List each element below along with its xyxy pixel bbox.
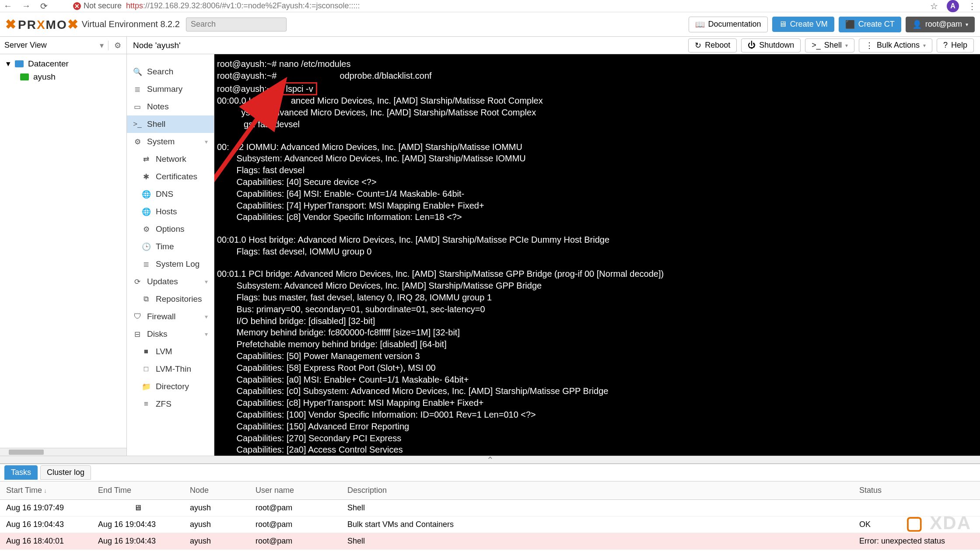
power-icon: ⏻ (748, 41, 756, 50)
col-end-time[interactable]: End Time (92, 481, 184, 500)
table-row[interactable]: Aug 16 19:07:49🖥ayushroot@pamShell (0, 500, 980, 516)
server-view-label: Server View (4, 41, 47, 50)
datacenter-icon (15, 60, 24, 67)
not-secure-badge[interactable]: ✕ Not secure (73, 1, 122, 10)
menu-certificates[interactable]: ✱Certificates (127, 168, 214, 185)
help-button[interactable]: ?Help (937, 38, 974, 52)
menu-disks[interactable]: ⊟Disks▾ (127, 325, 214, 343)
chevron-down-icon: ▾ (966, 21, 968, 28)
menu-dns[interactable]: 🌐DNS (127, 185, 214, 203)
shell-button[interactable]: >_Shell▾ (805, 38, 854, 52)
globe-icon: 🌐 (142, 190, 150, 199)
create-ct-button[interactable]: ⬛Create CT (839, 17, 901, 32)
menu-firewall[interactable]: 🛡Firewall▾ (127, 308, 214, 325)
menu-shell[interactable]: >_Shell (127, 115, 214, 133)
menu-syslog[interactable]: ≣System Log (127, 255, 214, 273)
list-icon: ≣ (133, 85, 142, 94)
tab-tasks[interactable]: Tasks (4, 465, 38, 480)
menu-icon[interactable]: ⋮ (968, 1, 976, 11)
cube-icon: ⬛ (845, 20, 855, 29)
user-icon: 👤 (912, 20, 922, 29)
documentation-button[interactable]: 📖Documentation (689, 17, 768, 32)
menu-icon: ⋮ (865, 41, 873, 50)
avatar[interactable]: A (947, 0, 959, 12)
chevron-down-icon[interactable]: ▾ (100, 41, 104, 50)
cert-icon: ✱ (142, 172, 150, 181)
menu-lvm[interactable]: ■LVM (127, 343, 214, 360)
node-header: Node 'ayush' ↻Reboot ⏻Shutdown >_Shell▾ … (127, 37, 980, 54)
col-description[interactable]: Description (341, 481, 853, 500)
left-panel: Server View ▾ ⚙ ▾ Datacenter ayush (0, 37, 127, 456)
menu-time[interactable]: 🕒Time (127, 238, 214, 255)
not-secure-label: Not secure (84, 1, 122, 10)
refresh-icon: ⟳ (133, 277, 142, 286)
reboot-icon: ↻ (695, 41, 701, 50)
tree: ▾ Datacenter ayush (0, 54, 126, 86)
menu-updates[interactable]: ⟳Updates▾ (127, 273, 214, 290)
bulk-actions-button[interactable]: ⋮Bulk Actions▾ (859, 38, 932, 52)
back-icon[interactable]: ← (4, 1, 12, 11)
h-scrollbar[interactable] (0, 448, 126, 456)
reboot-button[interactable]: ↻Reboot (688, 38, 737, 52)
env-label: Virtual Environment 8.2.2 (82, 19, 180, 29)
not-secure-icon: ✕ (73, 2, 81, 10)
reload-icon[interactable]: ⟳ (40, 1, 48, 11)
tree-datacenter[interactable]: ▾ Datacenter (0, 57, 126, 70)
menu-summary[interactable]: ≣Summary (127, 80, 214, 98)
search-icon: 🔍 (133, 67, 142, 77)
search-input[interactable] (186, 17, 287, 31)
create-vm-button[interactable]: 🖥Create VM (772, 17, 834, 32)
url-path: ://192.168.29.32:8006/#v1:0:=node%2Fayus… (143, 1, 360, 10)
server-view-header[interactable]: Server View ▾ ⚙ (0, 37, 126, 54)
gear-icon: ⚙ (142, 225, 150, 234)
menu-notes[interactable]: ▭Notes (127, 98, 214, 115)
side-menu: 🔍Search ≣Summary ▭Notes >_Shell ⚙System▾… (127, 54, 214, 456)
col-status[interactable]: Status (853, 481, 980, 500)
forward-icon[interactable]: → (22, 1, 31, 11)
menu-options[interactable]: ⚙Options (127, 220, 214, 238)
chevron-down-icon: ▾ (845, 42, 848, 49)
menu-network[interactable]: ⇄Network (127, 150, 214, 168)
bottom-panel: Tasks Cluster log Start Time↓ End Time N… (0, 464, 980, 550)
tree-node-ayush[interactable]: ayush (0, 70, 126, 84)
book-icon: 📖 (695, 20, 705, 29)
help-icon: ? (943, 41, 948, 50)
chevron-down-icon: ▾ (205, 313, 208, 320)
shield-icon: 🛡 (133, 312, 142, 321)
shutdown-button[interactable]: ⏻Shutdown (741, 38, 801, 52)
tab-cluster-log[interactable]: Cluster log (40, 465, 91, 480)
chevron-down-icon: ▾ (205, 278, 208, 285)
col-start-time[interactable]: Start Time↓ (0, 481, 92, 500)
menu-hosts[interactable]: 🌐Hosts (127, 203, 214, 220)
square-icon: ■ (142, 347, 150, 356)
logo[interactable]: ✖ PRXMO✖ (5, 17, 79, 32)
col-user[interactable]: User name (249, 481, 341, 500)
shell-console[interactable]: root@ayush:~# nano /etc/modules root@ayu… (214, 54, 980, 456)
chevron-down-icon: ▾ (205, 138, 208, 145)
app-toolbar: ✖ PRXMO✖ Virtual Environment 8.2.2 📖Docu… (0, 12, 980, 37)
user-menu-button[interactable]: 👤root@pam▾ (906, 17, 975, 32)
gear-icon[interactable]: ⚙ (108, 41, 122, 50)
table-row[interactable]: Aug 16 19:04:43Aug 16 19:04:43ayushroot@… (0, 516, 980, 533)
disk-icon: ⊟ (133, 330, 142, 339)
folder-icon: 📁 (142, 382, 150, 391)
table-row[interactable]: Aug 16 18:40:01Aug 16 19:04:43ayushroot@… (0, 533, 980, 550)
network-icon: ⇄ (142, 155, 150, 164)
highlighted-command: lspci -v (282, 82, 317, 96)
menu-zfs[interactable]: ≡ZFS (127, 395, 214, 413)
url-bar[interactable]: https://192.168.29.32:8006/#v1:0:=node%2… (126, 1, 360, 10)
menu-system[interactable]: ⚙System▾ (127, 133, 214, 150)
col-node[interactable]: Node (184, 481, 249, 500)
menu-search[interactable]: 🔍Search (127, 63, 214, 80)
clock-icon: 🕒 (142, 242, 150, 251)
splitter[interactable]: ⌃ (0, 456, 980, 464)
monitor-icon: 🖥 (779, 20, 787, 29)
star-icon[interactable]: ☆ (930, 1, 938, 11)
menu-directory[interactable]: 📁Directory (127, 378, 214, 395)
chevron-down-icon: ▾ (923, 42, 926, 49)
menu-repositories[interactable]: ⧉Repositories (127, 290, 214, 308)
monitor-icon: 🖥 (134, 503, 142, 512)
menu-lvm-thin[interactable]: □LVM-Thin (127, 360, 214, 378)
node-title: Node 'ayush' (133, 41, 181, 50)
url-protocol: https (126, 1, 143, 10)
